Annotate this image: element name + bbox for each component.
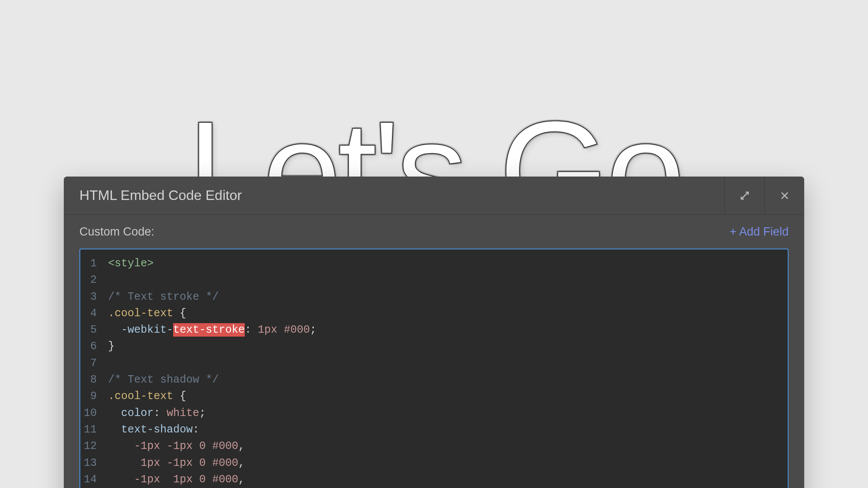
code-line: 2: [80, 272, 788, 288]
line-number: 11: [80, 422, 108, 438]
line-number: 2: [80, 272, 108, 288]
modal-title: HTML Embed Code Editor: [79, 187, 242, 203]
code-editor-modal: HTML Embed Code Editor Custom Code: + Ad…: [64, 177, 804, 488]
code-line: 4.cool-text {: [80, 305, 788, 322]
code-line: 3/* Text stroke */: [80, 289, 788, 305]
line-content: text-shadow:: [108, 422, 199, 438]
expand-button[interactable]: [724, 177, 764, 214]
line-content: color: white;: [108, 405, 206, 422]
line-number: 14: [80, 472, 108, 488]
code-line: 6}: [80, 338, 788, 355]
line-content: /* Text shadow */: [108, 372, 219, 388]
line-number: 5: [80, 322, 108, 338]
line-number: 6: [80, 338, 108, 355]
code-line: 9.cool-text {: [80, 388, 788, 405]
custom-code-label: Custom Code:: [79, 225, 155, 239]
code-line: 14 -1px 1px 0 #000,: [80, 472, 788, 488]
line-content: /* Text stroke */: [108, 289, 219, 305]
line-number: 1: [80, 255, 108, 272]
line-number: 8: [80, 372, 108, 388]
code-line: 5 -webkit-text-stroke: 1px #000;: [80, 322, 788, 338]
line-number: 10: [80, 405, 108, 422]
close-icon: [779, 190, 790, 201]
line-content: -1px 1px 0 #000,: [108, 472, 245, 488]
line-number: 7: [80, 355, 108, 372]
line-number: 12: [80, 438, 108, 455]
line-content: -1px -1px 0 #000,: [108, 438, 245, 455]
line-number: 4: [80, 305, 108, 322]
modal-header: HTML Embed Code Editor: [64, 177, 804, 215]
modal-subheader: Custom Code: + Add Field: [64, 215, 804, 249]
line-content: .cool-text {: [108, 305, 186, 322]
modal-header-buttons: [724, 177, 804, 214]
line-content: -webkit-text-stroke: 1px #000;: [108, 322, 316, 338]
line-content: }: [108, 338, 115, 355]
code-editor-textarea[interactable]: 1<style>23/* Text stroke */4.cool-text {…: [79, 249, 789, 488]
code-line: 8/* Text shadow */: [80, 372, 788, 388]
line-content: 1px -1px 0 #000,: [108, 455, 245, 472]
expand-icon: [740, 190, 750, 201]
code-line: 12 -1px -1px 0 #000,: [80, 438, 788, 455]
code-line: 11 text-shadow:: [80, 422, 788, 438]
line-content: .cool-text {: [108, 388, 186, 405]
code-line: 1<style>: [80, 255, 788, 272]
add-field-button[interactable]: + Add Field: [730, 225, 789, 239]
line-number: 9: [80, 388, 108, 405]
line-number: 13: [80, 455, 108, 472]
line-number: 3: [80, 289, 108, 305]
code-line: 13 1px -1px 0 #000,: [80, 455, 788, 472]
line-content: <style>: [108, 255, 154, 272]
code-line: 10 color: white;: [80, 405, 788, 422]
code-line: 7: [80, 355, 788, 372]
close-button[interactable]: [764, 177, 804, 214]
